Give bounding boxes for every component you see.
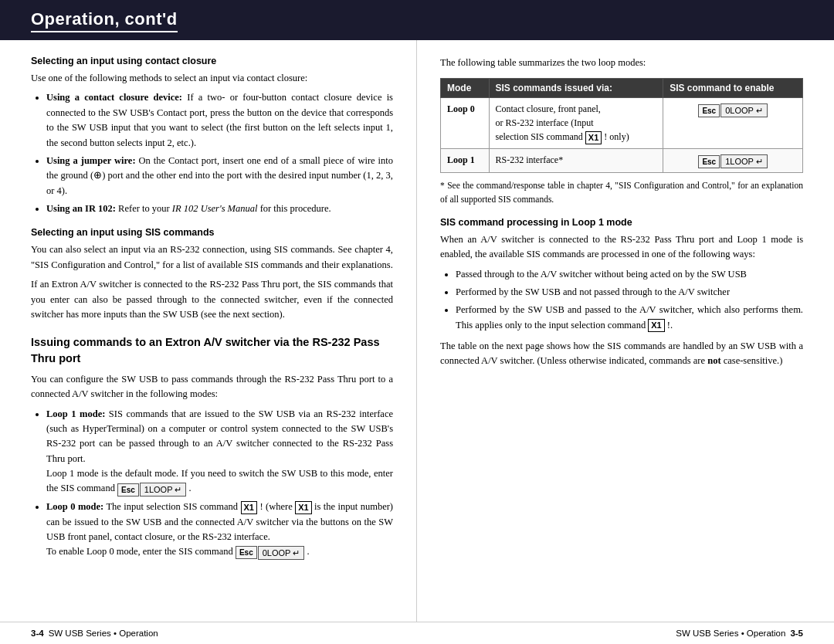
bullet3-italic: IR 102 User's Manual [172, 203, 258, 214]
loop0-cmd-text: 0LOOP ↵ [258, 546, 305, 560]
esc-key-0: Esc [236, 546, 257, 559]
loop0-text2: ! (where [259, 501, 295, 512]
section2-heading: Selecting an input using SIS commands [31, 227, 393, 238]
col-header-enable: SIS command to enable [663, 79, 803, 98]
bullet3-bold: Using an IR 102: [46, 203, 116, 214]
list-item: Performed by the SW USB and not passed t… [456, 285, 803, 300]
table-footnote: * See the command/response table in chap… [440, 179, 803, 206]
loop1-cmd-text: 1LOOP ↵ [140, 483, 187, 497]
cmd-1loop: Esc1LOOP ↵ [698, 154, 767, 168]
esc-key-t1: Esc [698, 155, 720, 168]
bullet-s3-1: Passed through to the A/V switcher witho… [456, 269, 747, 280]
footer-right: SW USB Series • Operation 3-5 [676, 629, 803, 638]
page-num-right: 3-5 [790, 629, 803, 638]
big-heading-text: Issuing commands to an Extron A/V switch… [31, 336, 380, 364]
list-item: Performed by the SW USB and passed to th… [456, 303, 803, 333]
right-column: The following table summarizes the two l… [417, 40, 834, 622]
table-row: Loop 0 Contact closure, front panel,or R… [441, 98, 803, 149]
loop-bullets: Loop 1 mode: SIS commands that are issue… [31, 407, 393, 561]
cell-issued-1: RS-232 interface* [489, 149, 663, 173]
table-intro: The following table summarizes the two l… [440, 56, 803, 70]
cell-issued-0: Contact closure, front panel,or RS-232 i… [489, 98, 663, 149]
bullet-s3-2: Performed by the SW USB and not passed t… [456, 286, 730, 297]
cell-mode-0: Loop 0 [441, 98, 490, 149]
bullet-s3-3: Performed by the SW USB and passed to th… [456, 304, 803, 330]
content-area: Selecting an input using contact closure… [0, 40, 834, 622]
footer-left-text: SW USB Series • Operation [49, 629, 158, 638]
x1-box-2: X1 [295, 501, 311, 514]
section3-bullets: Passed through to the A/V switcher witho… [440, 267, 803, 334]
modes-table: Mode SIS commands issued via: SIS comman… [440, 78, 803, 173]
table-row: Loop 1 RS-232 interface* Esc1LOOP ↵ [441, 149, 803, 173]
section3-heading: SIS command processing in Loop 1 mode [440, 217, 803, 228]
list-item-loop1: Loop 1 mode: SIS commands that are issue… [46, 407, 393, 497]
loop0-p2: To enable Loop 0 mode, enter the SIS com… [46, 546, 233, 557]
big-heading: Issuing commands to an Extron A/V switch… [31, 334, 393, 366]
cmd-0loop-text: 0LOOP ↵ [720, 103, 768, 117]
loop0-text: The input selection SIS command [106, 501, 240, 512]
list-item: Using a jumper wire: On the Contact port… [46, 154, 393, 198]
loop1-bold: Loop 1 mode: [46, 408, 105, 419]
loop0-cmd-block: Esc0LOOP ↵ [236, 545, 304, 560]
loop1-p2: Loop 1 mode is the default mode. If you … [46, 468, 393, 493]
table-header-row: Mode SIS commands issued via: SIS comman… [441, 79, 803, 98]
footer-right-text: SW USB Series • Operation [676, 629, 785, 638]
section3-p2: The table on the next page shows how the… [440, 339, 803, 369]
cmd-1loop-text: 1LOOP ↵ [720, 154, 768, 168]
section3-p2end: case-sensitive.) [724, 355, 783, 366]
bullet3-text2: for this procedure. [260, 203, 331, 214]
section2-p1: You can also select an input via an RS-2… [31, 242, 393, 273]
cell-cmd-1: Esc1LOOP ↵ [663, 149, 803, 173]
x1-box-s3: X1 [648, 319, 664, 332]
bullet1-bold: Using a contact closure device: [46, 92, 182, 103]
section3-bold: not [707, 355, 720, 366]
loop1-period: . [188, 483, 191, 493]
footer-left: 3-4 SW USB Series • Operation [31, 629, 158, 638]
list-item: Passed through to the A/V switcher witho… [456, 267, 803, 282]
cell-mode-1: Loop 1 [441, 149, 490, 173]
page-num-left: 3-4 [31, 629, 44, 638]
x1-box-1: X1 [241, 501, 257, 514]
col-header-mode: Mode [441, 79, 490, 98]
col-header-issued: SIS commands issued via: [489, 79, 663, 98]
left-column: Selecting an input using contact closure… [0, 40, 417, 622]
bullet2-bold: Using a jumper wire: [46, 155, 136, 166]
section1-heading: Selecting an input using contact closure [31, 56, 393, 66]
bullet3-text: Refer to your [118, 203, 172, 214]
esc-key-1: Esc [117, 483, 139, 497]
list-item-loop0: Loop 0 mode: The input selection SIS com… [46, 500, 393, 560]
x1-box-table: X1 [585, 131, 602, 144]
page-container: Operation, cont'd Selecting an input usi… [0, 0, 834, 644]
cmd-0loop: Esc0LOOP ↵ [698, 103, 767, 117]
page-footer: 3-4 SW USB Series • Operation SW USB Ser… [0, 622, 834, 644]
loop0-bold: Loop 0 mode: [46, 501, 103, 512]
big-heading-p1: You can configure the SW USB to pass com… [31, 372, 393, 402]
cell-cmd-0: Esc0LOOP ↵ [663, 98, 803, 149]
page-header: Operation, cont'd [0, 0, 834, 40]
loop0-period: . [307, 546, 309, 557]
list-item: Using a contact closure device: If a two… [46, 90, 393, 151]
section3-p1: When an A/V switcher is connected to the… [440, 232, 803, 263]
page-title: Operation, cont'd [31, 9, 178, 32]
esc-key-t0: Esc [698, 104, 720, 117]
section2-p2: If an Extron A/V switcher is connected t… [31, 277, 393, 322]
section1-intro: Use one of the following methods to sele… [31, 71, 393, 86]
loop1-cmd-block: Esc1LOOP ↵ [117, 482, 186, 497]
list-item: Using an IR 102: Refer to your IR 102 Us… [46, 202, 393, 216]
section1-bullets: Using a contact closure device: If a two… [31, 90, 393, 216]
